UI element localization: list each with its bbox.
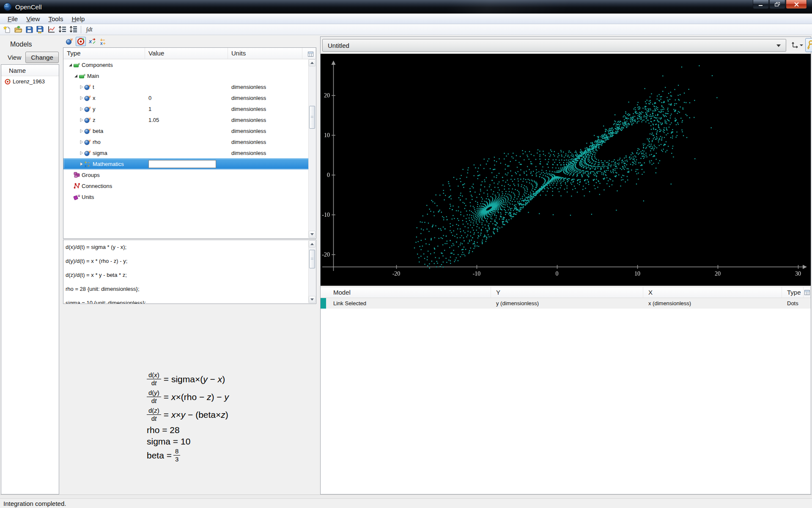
lorenz-plot[interactable] bbox=[321, 55, 810, 284]
component-icon: c bbox=[78, 73, 86, 79]
tree-row-rho[interactable]: vrhodimensionless bbox=[63, 136, 316, 147]
scroll-thumb[interactable] bbox=[309, 106, 315, 129]
close-button[interactable] bbox=[786, 0, 807, 9]
cellml-code-panel[interactable]: d(x)/d(t) = sigma * (y - x);d(y)/d(t) = … bbox=[63, 240, 316, 304]
new-model-button[interactable] bbox=[2, 25, 12, 34]
scroll-up-button[interactable] bbox=[309, 240, 315, 248]
tree-row-label: Groups bbox=[82, 172, 100, 178]
view-label: View bbox=[8, 54, 21, 61]
column-settings-icon[interactable] bbox=[804, 287, 811, 298]
scroll-down-button[interactable] bbox=[309, 296, 315, 303]
value-edit-input[interactable] bbox=[148, 160, 216, 168]
tree-table-header: TypeValueUnits bbox=[63, 48, 316, 59]
tree-row-units[interactable]: uUnits bbox=[63, 191, 316, 202]
menu-file[interactable]: File bbox=[3, 14, 22, 23]
svg-text:v: v bbox=[89, 84, 91, 88]
tree-row-components[interactable]: cComponents bbox=[63, 59, 316, 70]
trace-y: y (dimensionless) bbox=[491, 300, 643, 306]
tree-expander-icon[interactable] bbox=[79, 118, 84, 122]
tree-row-label: sigma bbox=[93, 150, 107, 156]
tree-expander-icon[interactable] bbox=[73, 74, 78, 78]
tree-row-y[interactable]: vy1dimensionless bbox=[63, 103, 316, 114]
models-panel-title: Models bbox=[1, 36, 59, 48]
tree-row-beta[interactable]: vbetadimensionless bbox=[63, 125, 316, 136]
integration-list-1-button[interactable] bbox=[57, 25, 67, 34]
model-item-lorenz[interactable]: Lorenz_1963 bbox=[1, 76, 59, 86]
save-model-as-button[interactable] bbox=[35, 25, 45, 34]
scroll-thumb[interactable] bbox=[309, 250, 315, 268]
lorenz-plot-area bbox=[321, 54, 811, 286]
tree-row-t[interactable]: vtdimensionless bbox=[63, 81, 316, 92]
main-toolbar: ∫dt bbox=[0, 24, 812, 35]
tree-expander-icon[interactable] bbox=[79, 85, 84, 89]
tree-expander-icon[interactable] bbox=[79, 151, 84, 155]
math-edit-view-button[interactable]: +− x ÷ bbox=[99, 37, 109, 46]
variables-view-button[interactable]: v bbox=[64, 37, 74, 46]
save-icon bbox=[26, 26, 33, 33]
tree-expander-icon[interactable] bbox=[68, 63, 73, 67]
tree-column-units[interactable]: Units bbox=[228, 48, 302, 59]
svg-text:u: u bbox=[78, 194, 80, 198]
units-icon: u bbox=[73, 194, 80, 200]
models-name-header[interactable]: Name bbox=[1, 65, 59, 76]
tree-row-sigma[interactable]: vsigmadimensionless bbox=[63, 147, 316, 158]
model-roundel-icon bbox=[77, 38, 85, 45]
menu-bar: FileViewToolsHelp bbox=[0, 14, 812, 24]
tree-scrollbar[interactable] bbox=[308, 59, 315, 238]
tree-expander-icon[interactable] bbox=[79, 129, 84, 133]
tree-row-label: Main bbox=[87, 73, 99, 79]
models-panel: Models View Change Name Lorenz_1963 bbox=[1, 36, 59, 494]
code-scrollbar[interactable] bbox=[308, 240, 315, 303]
bottom-strip bbox=[0, 494, 812, 498]
tree-column-type[interactable]: Type bbox=[63, 48, 145, 59]
menu-tools[interactable]: Tools bbox=[44, 14, 67, 23]
tree-column-value[interactable]: Value bbox=[145, 48, 228, 59]
scroll-down-button[interactable] bbox=[309, 231, 315, 238]
tree-row-main[interactable]: cMain bbox=[63, 70, 316, 81]
tree-table-body: cComponentscMainvtdimensionlessvx0dimens… bbox=[63, 59, 316, 202]
splitter-left[interactable] bbox=[59, 36, 63, 494]
column-settings-icon[interactable] bbox=[302, 48, 316, 59]
integrate-button[interactable]: ∫dt bbox=[84, 26, 95, 33]
tree-row-units: dimensionless bbox=[231, 95, 266, 101]
minimize-button[interactable] bbox=[753, 0, 769, 9]
tree-row-label: z bbox=[93, 117, 96, 123]
menu-view[interactable]: View bbox=[22, 14, 44, 23]
open-folder-icon bbox=[14, 26, 22, 33]
key-icon bbox=[807, 40, 812, 50]
graph-column-model[interactable]: Model bbox=[321, 287, 491, 298]
new-graph-window-button[interactable] bbox=[46, 25, 56, 34]
graph-traces-table: ModelYXType Link Selectedy (dimensionles… bbox=[321, 287, 811, 494]
tree-row-connections[interactable]: Connections bbox=[63, 180, 316, 191]
open-model-button[interactable] bbox=[13, 25, 23, 34]
tree-expander-icon[interactable] bbox=[79, 96, 84, 100]
graph-title-combobox[interactable]: Untitled bbox=[322, 39, 786, 52]
plot-axes-icon bbox=[47, 26, 55, 33]
svg-text:÷: ÷ bbox=[88, 163, 90, 167]
splitter-right[interactable] bbox=[316, 36, 320, 494]
restore-button[interactable] bbox=[769, 0, 785, 9]
graph-trace-row[interactable]: Link Selectedy (dimensionless)x (dimensi… bbox=[321, 298, 811, 309]
menu-help[interactable]: Help bbox=[67, 14, 89, 23]
tree-row-z[interactable]: vz1.05dimensionless bbox=[63, 114, 316, 125]
tree-expander-icon[interactable] bbox=[79, 107, 84, 111]
legend-key-button[interactable] bbox=[805, 38, 812, 52]
variable-icon: v bbox=[84, 150, 91, 156]
variable-icon: v bbox=[84, 95, 91, 101]
graph-column-type[interactable]: Type bbox=[782, 287, 804, 298]
tree-row-x[interactable]: vx0dimensionless bbox=[63, 92, 316, 103]
tree-expander-icon[interactable] bbox=[79, 140, 84, 144]
change-button[interactable]: Change bbox=[25, 52, 59, 63]
model-view-button[interactable] bbox=[76, 37, 86, 46]
scroll-up-button[interactable] bbox=[309, 59, 315, 66]
tree-row-groups[interactable]: Groups bbox=[63, 169, 316, 180]
graph-column-x[interactable]: X bbox=[643, 287, 782, 298]
integration-list-2-button[interactable] bbox=[68, 25, 78, 34]
graph-column-y[interactable]: Y bbox=[491, 287, 643, 298]
tree-expander-icon[interactable] bbox=[79, 162, 84, 166]
tree-row-mathematics[interactable]: +−x÷Mathematics bbox=[63, 158, 309, 169]
axes-settings-button[interactable] bbox=[789, 40, 805, 51]
save-model-button[interactable] bbox=[24, 25, 34, 34]
rendered-math-view-button[interactable]: x bbox=[87, 37, 97, 46]
variable-sphere-icon: v bbox=[66, 38, 73, 45]
